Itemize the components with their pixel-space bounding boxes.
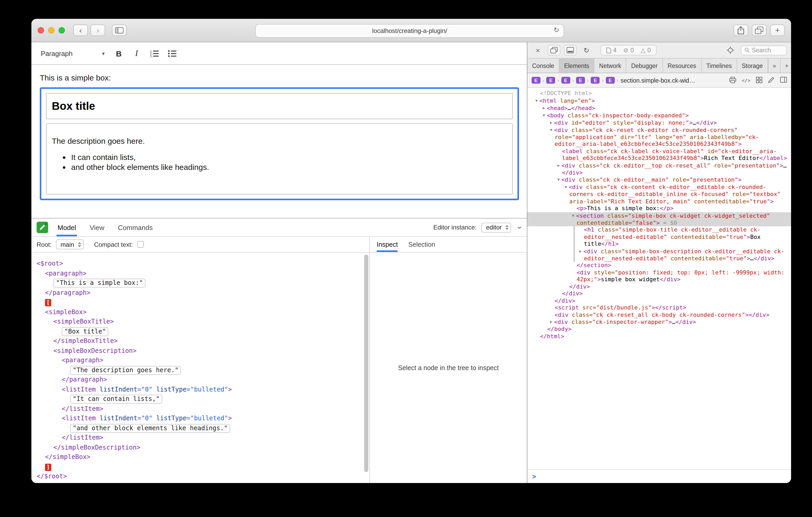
address-bar[interactable]: localhost/creating-a-plugin/ ↻ <box>255 24 564 38</box>
model-tree-line[interactable]: </listItem> <box>31 433 369 443</box>
details-sidebar-button[interactable] <box>780 77 787 84</box>
close-window-button[interactable] <box>38 27 44 33</box>
model-tree-line[interactable]: "and other block elements like headings.… <box>31 423 369 433</box>
error-count-badge[interactable]: ⊘ 0 <box>624 47 634 54</box>
edit-button[interactable] <box>768 77 774 84</box>
issue-badges[interactable]: 4 ⊘ 0 △ 0 <box>601 45 656 55</box>
model-tree-line[interactable]: </paragraph> <box>31 288 369 298</box>
model-tree-line[interactable]: </simpleBoxTitle> <box>31 336 369 346</box>
inspector-tab-commands[interactable]: Commands <box>117 218 154 236</box>
collapse-arrow-icon[interactable]: ▼ <box>556 176 561 183</box>
dom-tree-line[interactable]: ▶<div class="simple-box-description ck-e… <box>527 247 791 262</box>
breadcrumb-element-chip[interactable]: E <box>576 77 585 84</box>
model-tree-line[interactable]: </paragraph> <box>31 375 369 385</box>
model-tree-line[interactable]: </$root> <box>31 472 369 481</box>
breadcrumb-element-chip[interactable]: E <box>561 77 570 84</box>
forward-button[interactable]: › <box>90 25 105 36</box>
dom-tree-line[interactable]: </html> <box>527 333 791 340</box>
quick-console[interactable]: > <box>527 469 791 483</box>
expand-arrow-icon[interactable]: ▶ <box>548 318 554 326</box>
compact-text-check[interactable] <box>137 241 144 248</box>
element-picker-button[interactable] <box>724 45 737 55</box>
paragraph-dropdown[interactable]: Paragraph ▾ <box>38 46 109 61</box>
expand-arrow-icon[interactable]: ▶ <box>548 119 554 126</box>
devtools-search-field[interactable]: Search <box>741 45 787 55</box>
dom-tree-line[interactable]: </div> <box>527 283 791 290</box>
model-tree-line[interactable]: "This is a simple box:" <box>31 278 369 288</box>
dock-side-button[interactable] <box>548 45 560 55</box>
dom-tree-line[interactable]: ▶<head>…</head> <box>527 104 791 112</box>
source-code-icon[interactable]: </> <box>742 78 750 83</box>
model-tree-line[interactable]: <listItem listIndent="0" listType="bulle… <box>31 385 369 394</box>
breadcrumb-element-chip[interactable]: E <box>547 77 555 84</box>
resource-count-badge[interactable]: 4 <box>606 47 616 53</box>
collapse-arrow-icon[interactable]: ▼ <box>563 183 569 190</box>
devtools-tab-storage[interactable]: Storage <box>737 59 768 73</box>
collapse-arrow-icon[interactable]: ▼ <box>534 97 540 104</box>
model-tree-line[interactable]: <simpleBox> <box>31 307 369 317</box>
inspector-tab-model[interactable]: Model <box>57 218 77 236</box>
root-select[interactable]: main <box>56 239 83 249</box>
scrollbar-thumb[interactable] <box>364 254 368 472</box>
bold-button[interactable]: B <box>111 46 126 61</box>
breadcrumb-element-chip[interactable]: E <box>591 77 600 84</box>
minimize-window-button[interactable] <box>48 27 54 33</box>
dom-tree-line[interactable]: <!DOCTYPE html> <box>527 90 791 97</box>
add-tab-button[interactable]: + <box>780 59 791 73</box>
print-styles-button[interactable] <box>729 77 736 84</box>
dom-tree-line[interactable]: <div class="ck ck-reset_all ck-body ck-r… <box>527 311 791 318</box>
new-tab-button[interactable]: + <box>770 25 785 36</box>
editor-paragraph[interactable]: This is a simple box: <box>40 73 519 82</box>
tab-overflow-button[interactable]: » <box>768 59 780 73</box>
dom-tree-line[interactable]: ▼<html lang="en"> <box>527 97 791 104</box>
dom-tree-line[interactable]: ▼<div class="ck ck-content ck-editor__ed… <box>527 183 791 205</box>
dom-tree-line[interactable]: ▶<div class="ck ck-editor__top ck-reset_… <box>527 162 791 176</box>
devtools-tab-timelines[interactable]: Timelines <box>702 59 737 73</box>
expand-arrow-icon[interactable]: ▶ <box>541 104 547 111</box>
model-tree-line[interactable]: <$root> <box>31 259 369 268</box>
model-tree-line[interactable]: </simpleBoxDescription> <box>31 443 369 452</box>
grid-overlay-button[interactable] <box>756 77 762 84</box>
dom-tree-line[interactable]: <p>This is a simple box:</p> <box>527 205 791 212</box>
breadcrumb-element-chip[interactable]: E <box>531 77 541 84</box>
devtools-tab-elements[interactable]: Elements <box>559 59 594 73</box>
box-title-field[interactable]: Box title <box>46 93 513 119</box>
devtools-tab-console[interactable]: Console <box>527 59 559 73</box>
numbered-list-button[interactable]: 1.2.3. <box>146 46 162 61</box>
editor-content[interactable]: This is a simple box: Box title The desc… <box>31 65 527 218</box>
model-tree-line[interactable]: [ <box>31 298 369 307</box>
reload-page-button[interactable]: ↻ <box>580 45 593 55</box>
model-tree-line[interactable]: <paragraph> <box>31 268 369 278</box>
model-tree-line[interactable]: </listItem> <box>31 404 369 414</box>
inspector-tab-view[interactable]: View <box>89 218 106 236</box>
expand-arrow-icon[interactable]: ▶ <box>556 162 561 169</box>
collapse-inspector-icon[interactable]: › <box>516 226 525 229</box>
editor-instance-select[interactable]: editor <box>481 222 511 232</box>
model-tree-line[interactable]: "The description goes here." <box>31 365 369 375</box>
dom-tree-line[interactable]: </div> <box>527 297 791 304</box>
inspect-tab-inspect[interactable]: Inspect <box>377 237 398 252</box>
dock-bottom-button[interactable] <box>564 45 577 55</box>
back-button[interactable]: ‹ <box>73 25 88 36</box>
model-tree-line[interactable]: <listItem listIndent="0" listType="bulle… <box>31 414 369 423</box>
inspect-tab-selection[interactable]: Selection <box>408 237 435 252</box>
reload-icon[interactable]: ↻ <box>554 26 559 34</box>
dom-tree-line[interactable]: ▶<div class="ck-inspector-wrapper">…</di… <box>527 318 791 326</box>
dom-tree-line[interactable]: ▼<div class="ck ck-reset ck-editor ck-ro… <box>527 126 791 148</box>
bulleted-list-button[interactable] <box>164 46 180 61</box>
dom-tree-line[interactable]: <div style="position: fixed; top: 0px; l… <box>527 269 791 283</box>
expand-arrow-icon[interactable]: ▶ <box>578 247 583 254</box>
scrollbar[interactable] <box>364 254 369 481</box>
sidebar-toggle-button[interactable] <box>112 25 126 36</box>
breadcrumb-element-chip[interactable]: E <box>606 77 614 84</box>
close-devtools-button[interactable]: × <box>531 45 544 55</box>
collapse-arrow-icon[interactable]: ▼ <box>570 212 576 219</box>
dom-tree-line[interactable]: ▶<div id="editor" style="display: none;"… <box>527 119 791 126</box>
model-tree-line[interactable]: <paragraph> <box>31 356 369 365</box>
model-tree-line[interactable]: <simpleBoxDescription> <box>31 346 369 356</box>
tab-overview-button[interactable] <box>752 25 766 36</box>
dom-tree-line[interactable]: ▼<section class="simple-box ck-widget ck… <box>527 212 791 226</box>
model-tree-line[interactable]: "It can contain lists," <box>31 394 369 404</box>
italic-button[interactable]: I <box>129 46 144 61</box>
box-description-field[interactable]: The description goes here. It can contai… <box>46 123 513 194</box>
